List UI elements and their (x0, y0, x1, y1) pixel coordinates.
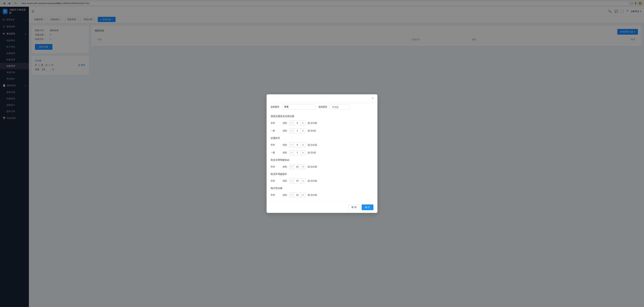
stepper-val-4-0: 10 (294, 193, 301, 197)
total-label-4-0: 题/总60题 (308, 193, 317, 197)
stepper-minus-0-0[interactable]: − (289, 121, 294, 125)
total-label-3-0: 题/总60题 (308, 179, 317, 182)
stepper-minus-0-1[interactable]: − (289, 128, 294, 133)
stepper-0-0: − 9 + (289, 121, 306, 126)
diff-level-0-1: 一般 (270, 129, 281, 132)
modal-overlay[interactable]: × 选择题库 选择题型 道路交通安全法律法规 简单 抽取 − 9 + 题/总49… (0, 0, 644, 307)
stepper-val-2-0: 10 (294, 164, 301, 169)
category-name-4: 机动车驾驶操作 (270, 173, 374, 176)
filter-type-input[interactable] (330, 105, 350, 109)
extract-label-2-0: 抽取 (283, 165, 287, 168)
extract-label-0-1: 抽取 (283, 129, 287, 132)
filter-label-2: 选择题型 (318, 105, 327, 108)
modal-close-button[interactable]: × (371, 96, 375, 100)
stepper-plus-1-0[interactable]: + (301, 143, 305, 147)
diff-level-3-0: 简单 (270, 179, 281, 182)
diff-level-1-0: 简单 (270, 143, 281, 146)
stepper-plus-0-0[interactable]: + (301, 121, 305, 125)
stepper-val-1-0: 9 (294, 143, 301, 147)
stepper-val-3-0: 10 (294, 179, 301, 183)
random-rule-modal: × 选择题库 选择题型 道路交通安全法律法规 简单 抽取 − 9 + 题/总49… (266, 94, 378, 213)
stepper-plus-1-1[interactable]: + (301, 150, 305, 155)
total-label-2-0: 题/总60题 (308, 165, 317, 168)
cancel-button[interactable]: 取 消 (348, 204, 360, 210)
diff-row-3-0: 简单 抽取 − 10 + 题/总60题 (270, 177, 374, 185)
stepper-1-1: − 1 + (289, 150, 306, 155)
modal-filter-row: 选择题库 选择题型 (266, 103, 378, 112)
diff-row-0-0: 简单 抽取 − 9 + 题/总49题 (270, 119, 374, 127)
stepper-plus-0-1[interactable]: + (301, 128, 305, 133)
modal-header: × (266, 94, 378, 103)
modal-footer: 取 消 确 定 (266, 202, 378, 213)
stepper-minus-2-0[interactable]: − (289, 164, 294, 169)
stepper-3-0: − 10 + (289, 178, 306, 183)
extract-label-0-0: 抽取 (283, 122, 287, 125)
stepper-val-0-1: 1 (294, 128, 301, 133)
stepper-4-0: − 10 + (289, 192, 306, 198)
diff-level-1-1: 一般 (270, 151, 281, 154)
total-label-0-0: 题/总49题 (308, 122, 317, 125)
extract-label-3-0: 抽取 (283, 179, 287, 182)
diff-row-2-0: 简单 抽取 − 10 + 题/总60题 (270, 163, 374, 171)
extract-label-4-0: 抽取 (283, 193, 287, 197)
category-name-3: 安全文明驾驶知识 (270, 159, 374, 162)
diff-row-0-1: 一般 抽取 − 1 + 题/总6题 (270, 127, 374, 135)
category-name-5: 地方性法规 (270, 187, 374, 190)
total-label-1-0: 题/总92题 (308, 143, 317, 146)
stepper-val-0-0: 9 (294, 121, 301, 125)
filter-label-1: 选择题库 (270, 105, 279, 108)
diff-row-1-0: 简单 抽取 − 9 + 题/总92题 (270, 141, 374, 149)
stepper-0-1: − 1 + (289, 128, 306, 133)
stepper-plus-3-0[interactable]: + (301, 179, 305, 183)
diff-row-4-0: 简单 抽取 − 10 + 题/总60题 (270, 191, 374, 199)
extract-label-1-1: 抽取 (283, 151, 287, 154)
modal-body: 道路交通安全法律法规 简单 抽取 − 9 + 题/总49题 一般 抽取 − 1 … (266, 112, 378, 202)
stepper-plus-4-0[interactable]: + (301, 193, 305, 197)
stepper-minus-4-0[interactable]: − (289, 193, 294, 197)
confirm-button[interactable]: 确 定 (362, 204, 374, 210)
extract-label-1-0: 抽取 (283, 143, 287, 146)
category-name-2: 交通信号 (270, 137, 374, 140)
stepper-minus-1-1[interactable]: − (289, 150, 294, 155)
stepper-2-0: − 10 + (289, 164, 306, 169)
stepper-val-1-1: 1 (294, 150, 301, 155)
total-label-1-1: 题/总8题 (308, 151, 316, 154)
stepper-minus-1-0[interactable]: − (289, 143, 294, 147)
stepper-1-0: − 9 + (289, 142, 306, 147)
category-name-1: 道路交通安全法律法规 (270, 115, 374, 118)
stepper-minus-3-0[interactable]: − (289, 179, 294, 183)
diff-level-4-0: 简单 (270, 193, 281, 197)
filter-bank-input[interactable] (282, 105, 316, 109)
total-label-0-1: 题/总6题 (308, 129, 316, 132)
diff-row-1-1: 一般 抽取 − 1 + 题/总8题 (270, 149, 374, 157)
diff-level-0-0: 简单 (270, 122, 281, 125)
diff-level-2-0: 简单 (270, 165, 281, 168)
stepper-plus-2-0[interactable]: + (301, 164, 305, 169)
